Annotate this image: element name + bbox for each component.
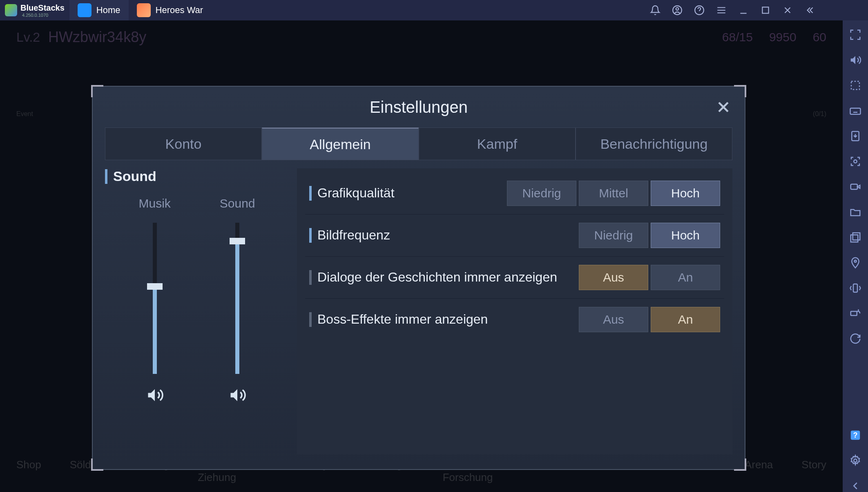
shake-icon[interactable]: [849, 282, 861, 294]
row-grafikqualitat: Grafikqualität Niedrig Mittel Hoch: [305, 172, 724, 215]
tab-home-label: Home: [96, 5, 120, 16]
tab-benachrichtigung[interactable]: Benachrichtigung: [576, 127, 732, 160]
musik-speaker-icon[interactable]: [146, 386, 164, 404]
hud-playername: HWzbwir34k8y: [48, 29, 146, 46]
hud-event: Event: [16, 110, 33, 118]
svg-rect-10: [851, 235, 858, 242]
btn-grafik-hoch[interactable]: Hoch: [651, 181, 720, 206]
select-icon[interactable]: [849, 79, 861, 92]
hud-badge: (0/1): [813, 110, 826, 117]
game-area: Lv.2 HWzbwir34k8y 68/15 9950 60 Event (0…: [0, 20, 843, 492]
svg-point-7: [854, 160, 857, 163]
bell-icon[interactable]: [650, 5, 660, 16]
svg-rect-12: [853, 284, 857, 292]
svg-rect-8: [851, 184, 857, 190]
hud-level: Lv.2: [16, 30, 40, 45]
musik-track[interactable]: [153, 223, 157, 374]
tab-allgemein[interactable]: Allgemein: [262, 127, 419, 160]
row-bar-icon: [309, 228, 312, 243]
sound-slider: Sound: [220, 197, 255, 404]
back-icon[interactable]: [849, 480, 861, 492]
svg-point-11: [855, 260, 857, 262]
row-bar-icon: [309, 312, 312, 327]
musik-label: Musik: [138, 197, 170, 210]
gear-icon[interactable]: [849, 454, 861, 467]
reload-icon[interactable]: [849, 333, 861, 345]
dialog-title: Einstellungen: [370, 98, 468, 116]
tab-kampf[interactable]: Kampf: [419, 127, 576, 160]
tab-konto[interactable]: Konto: [105, 127, 262, 160]
collapse-sidebar-icon[interactable]: [804, 5, 815, 16]
home-icon: [78, 3, 91, 17]
row-boss: Boss-Effekte immer anzeigen Aus An: [305, 299, 724, 340]
btn-boss-aus[interactable]: Aus: [579, 307, 648, 332]
maximize-icon[interactable]: [760, 5, 771, 16]
musik-slider: Musik: [138, 197, 170, 404]
camera-icon[interactable]: [849, 155, 861, 168]
row-dialoge: Dialoge der Geschichten immer anzeigen A…: [305, 257, 724, 299]
dialog-header: Einstellungen: [93, 87, 745, 127]
help-icon[interactable]: [694, 5, 705, 16]
rotate-icon[interactable]: [849, 307, 861, 320]
label-boss: Boss-Effekte immer anzeigen: [317, 311, 579, 328]
settings-dialog: Einstellungen Konto Allgemein Kampf Bena…: [92, 86, 745, 470]
btn-bildfreq-niedrig[interactable]: Niedrig: [579, 223, 648, 248]
user-icon[interactable]: [672, 5, 683, 16]
hud-gold: 9950: [769, 30, 797, 44]
btn-dialoge-an[interactable]: An: [651, 265, 720, 290]
svg-point-16: [854, 459, 857, 462]
hud-gems: 60: [813, 30, 826, 44]
app-name-text: BlueStacks: [20, 3, 65, 13]
btn-bildfreq-hoch[interactable]: Hoch: [651, 223, 720, 248]
label-bildfreq: Bildfrequenz: [317, 227, 579, 244]
btn-boss-an[interactable]: An: [651, 307, 720, 332]
titlebar: BlueStacks 4.250.0.1070 Home Heroes War: [0, 0, 868, 20]
apk-icon[interactable]: [849, 130, 861, 142]
game-icon: [137, 3, 151, 17]
sound-speaker-icon[interactable]: [228, 386, 246, 404]
sound-label: Sound: [220, 197, 255, 210]
sound-panel: Sound Musik Sound: [105, 168, 289, 454]
tab-game[interactable]: Heroes War: [129, 0, 212, 20]
settings-tabs: Konto Allgemein Kampf Benachrichtigung: [105, 127, 732, 160]
hud-energy: 68/15: [722, 30, 753, 44]
hud-arena: Arena: [745, 458, 773, 484]
svg-text:?: ?: [853, 431, 858, 439]
btn-grafik-niedrig[interactable]: Niedrig: [507, 181, 576, 206]
menu-icon[interactable]: [716, 5, 727, 16]
folder-icon[interactable]: [849, 206, 861, 218]
svg-rect-9: [853, 233, 860, 240]
sidebar: ?: [843, 20, 868, 492]
svg-rect-13: [851, 311, 857, 315]
record-icon[interactable]: [849, 181, 861, 193]
label-dialoge: Dialoge der Geschichten immer anzeigen: [317, 269, 579, 286]
minimize-icon[interactable]: [738, 5, 749, 16]
question-icon[interactable]: ?: [849, 429, 861, 441]
dialog-close-button[interactable]: [714, 98, 732, 116]
settings-panel: Grafikqualität Niedrig Mittel Hoch Bildf…: [297, 168, 732, 454]
label-grafik: Grafikqualität: [317, 185, 507, 202]
volume-icon[interactable]: [849, 54, 861, 66]
tab-game-label: Heroes War: [156, 5, 203, 16]
row-bar-icon: [309, 186, 312, 201]
sound-header: Sound: [113, 168, 156, 184]
row-bildfrequenz: Bildfrequenz Niedrig Hoch: [305, 215, 724, 257]
sound-thumb[interactable]: [230, 238, 245, 244]
close-icon[interactable]: [782, 5, 793, 16]
svg-rect-4: [851, 81, 859, 89]
keyboard-icon[interactable]: [849, 105, 861, 117]
svg-rect-5: [850, 108, 861, 114]
tab-home[interactable]: Home: [69, 0, 129, 20]
location-icon[interactable]: [849, 257, 861, 269]
app-name: BlueStacks 4.250.0.1070: [20, 3, 65, 18]
fullscreen-icon[interactable]: [849, 29, 861, 41]
btn-dialoge-aus[interactable]: Aus: [579, 265, 648, 290]
app-version: 4.250.0.1070: [22, 13, 65, 18]
svg-point-1: [676, 8, 679, 11]
sound-track[interactable]: [235, 223, 239, 374]
logo-section: BlueStacks 4.250.0.1070: [0, 3, 69, 18]
multi-instance-icon[interactable]: [849, 231, 861, 244]
hud-story: Story: [801, 458, 826, 484]
btn-grafik-mittel[interactable]: Mittel: [579, 181, 648, 206]
musik-thumb[interactable]: [147, 283, 163, 290]
